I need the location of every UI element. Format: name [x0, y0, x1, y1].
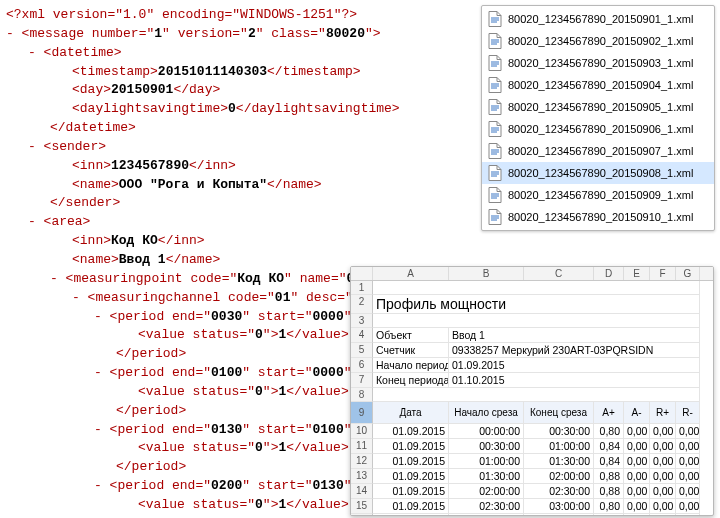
file-name: 80020_1234567890_20150901_1.xml	[508, 13, 693, 25]
file-row[interactable]: 80020_1234567890_20150905_1.xml	[482, 96, 714, 118]
row-header[interactable]: 7	[351, 373, 373, 388]
col-header[interactable]: G	[676, 267, 700, 280]
file-row[interactable]: 80020_1234567890_20150908_1.xml	[482, 162, 714, 184]
cell[interactable]: 0,00	[676, 424, 700, 439]
cell[interactable]: 0,00	[624, 514, 650, 516]
row-header[interactable]: 10	[351, 424, 373, 439]
cell[interactable]: 0,00	[676, 469, 700, 484]
file-name: 80020_1234567890_20150905_1.xml	[508, 101, 693, 113]
cell[interactable]: 00:30:00	[524, 424, 594, 439]
file-row[interactable]: 80020_1234567890_20150907_1.xml	[482, 140, 714, 162]
cell[interactable]: 0,88	[594, 484, 624, 499]
row-header[interactable]: 13	[351, 469, 373, 484]
cell[interactable]: 01:30:00	[524, 454, 594, 469]
cell[interactable]: 0,00	[624, 424, 650, 439]
cell[interactable]: 0,00	[650, 439, 676, 454]
col-header[interactable]: B	[449, 267, 524, 280]
file-row[interactable]: 80020_1234567890_20150903_1.xml	[482, 52, 714, 74]
cell[interactable]: 0,88	[594, 469, 624, 484]
file-row[interactable]: 80020_1234567890_20150910_1.xml	[482, 206, 714, 228]
row-header[interactable]: 9	[351, 402, 373, 424]
cell[interactable]: 0,00	[650, 424, 676, 439]
xml-file-icon	[488, 77, 502, 93]
cell[interactable]: 02:00:00	[524, 469, 594, 484]
cell[interactable]: 01.09.2015	[373, 439, 449, 454]
row-header[interactable]: 2	[351, 295, 373, 314]
cell[interactable]: 0,00	[650, 469, 676, 484]
cell[interactable]: 00:30:00	[449, 439, 524, 454]
cell[interactable]: 01:30:00	[449, 469, 524, 484]
row-header[interactable]: 8	[351, 388, 373, 402]
cell[interactable]: 0,00	[650, 484, 676, 499]
xml-file-icon	[488, 143, 502, 159]
row-header[interactable]: 14	[351, 484, 373, 499]
col-header[interactable]: E	[624, 267, 650, 280]
row-header[interactable]: 5	[351, 343, 373, 358]
col-header[interactable]: D	[594, 267, 624, 280]
row-header[interactable]: 4	[351, 328, 373, 343]
cell[interactable]: 02:30:00	[449, 499, 524, 514]
cell[interactable]: 0,84	[594, 439, 624, 454]
cell[interactable]: 0,80	[594, 514, 624, 516]
info-label: Счетчик	[373, 343, 449, 358]
cell[interactable]: 01:00:00	[524, 439, 594, 454]
spreadsheet: ABCDEFG 12Профиль мощности34ОбъектВвод 1…	[350, 266, 714, 516]
cell[interactable]: 01.09.2015	[373, 454, 449, 469]
table-header-cell: Дата	[373, 402, 449, 424]
file-row[interactable]: 80020_1234567890_20150906_1.xml	[482, 118, 714, 140]
cell[interactable]: 0,80	[594, 499, 624, 514]
cell[interactable]: 0,00	[650, 499, 676, 514]
cell[interactable]: 0,00	[676, 499, 700, 514]
row-header[interactable]: 11	[351, 439, 373, 454]
file-name: 80020_1234567890_20150908_1.xml	[508, 167, 693, 179]
cell[interactable]: 0,00	[624, 439, 650, 454]
cell[interactable]: 0,00	[624, 484, 650, 499]
cell[interactable]: 0,00	[650, 514, 676, 516]
file-row[interactable]: 80020_1234567890_20150902_1.xml	[482, 30, 714, 52]
cell[interactable]: 0,00	[676, 454, 700, 469]
file-row[interactable]: 80020_1234567890_20150901_1.xml	[482, 8, 714, 30]
cell[interactable]: 0,00	[624, 454, 650, 469]
file-row[interactable]: 80020_1234567890_20150904_1.xml	[482, 74, 714, 96]
xml-file-icon	[488, 209, 502, 225]
row-header[interactable]: 15	[351, 499, 373, 514]
cell[interactable]: 0,00	[676, 484, 700, 499]
cell[interactable]: 03:30:00	[524, 514, 594, 516]
cell[interactable]: 02:00:00	[449, 484, 524, 499]
col-header[interactable]: F	[650, 267, 676, 280]
cell[interactable]: 0,00	[650, 454, 676, 469]
table-header-cell: A+	[594, 402, 624, 424]
cell[interactable]: 01.09.2015	[373, 499, 449, 514]
row-header[interactable]: 12	[351, 454, 373, 469]
cell[interactable]: 03:00:00	[449, 514, 524, 516]
col-header[interactable]: C	[524, 267, 594, 280]
row-header[interactable]: 6	[351, 358, 373, 373]
cell[interactable]: 0,00	[624, 499, 650, 514]
cell[interactable]: 02:30:00	[524, 484, 594, 499]
cell[interactable]: 01.09.2015	[373, 424, 449, 439]
cell[interactable]: 00:00:00	[449, 424, 524, 439]
xml-file-icon	[488, 99, 502, 115]
row-header[interactable]: 16	[351, 514, 373, 516]
col-header[interactable]: A	[373, 267, 449, 280]
col-header[interactable]	[351, 267, 373, 280]
cell[interactable]: 0,00	[676, 439, 700, 454]
file-name: 80020_1234567890_20150906_1.xml	[508, 123, 693, 135]
file-name: 80020_1234567890_20150910_1.xml	[508, 211, 693, 223]
cell[interactable]: 0,80	[594, 424, 624, 439]
file-name: 80020_1234567890_20150907_1.xml	[508, 145, 693, 157]
row-header[interactable]: 3	[351, 314, 373, 328]
cell[interactable]: 01:00:00	[449, 454, 524, 469]
info-label: Объект	[373, 328, 449, 343]
cell[interactable]: 01.09.2015	[373, 484, 449, 499]
cell[interactable]: 0,00	[624, 469, 650, 484]
file-row[interactable]: 80020_1234567890_20150909_1.xml	[482, 184, 714, 206]
cell[interactable]: 03:00:00	[524, 499, 594, 514]
cell[interactable]: 01.09.2015	[373, 514, 449, 516]
row-header[interactable]: 1	[351, 281, 373, 295]
table-header-cell: Конец среза	[524, 402, 594, 424]
cell[interactable]: 0,00	[676, 514, 700, 516]
cell[interactable]: 01.09.2015	[373, 469, 449, 484]
file-name: 80020_1234567890_20150909_1.xml	[508, 189, 693, 201]
cell[interactable]: 0,84	[594, 454, 624, 469]
